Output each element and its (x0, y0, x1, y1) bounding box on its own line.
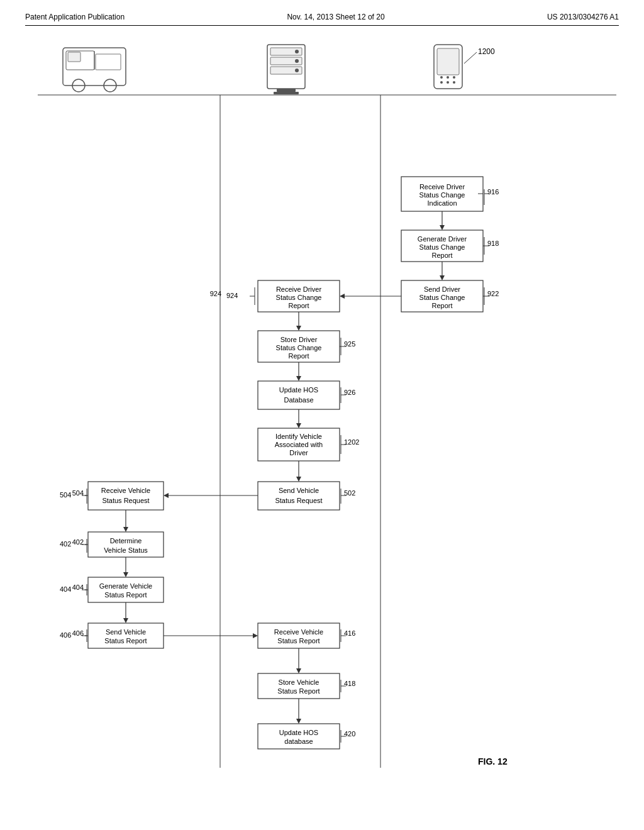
svg-text:Receive Driver: Receive Driver (276, 285, 321, 293)
svg-text:database: database (284, 738, 313, 745)
svg-point-24 (447, 81, 449, 84)
svg-text:Receive Driver: Receive Driver (419, 183, 465, 191)
svg-text:FIG. 12: FIG. 12 (478, 756, 508, 766)
svg-text:Associated with: Associated with (275, 441, 323, 448)
svg-text:Status Report: Status Report (104, 637, 147, 645)
svg-text:Indication: Indication (427, 199, 457, 207)
svg-text:Status Change: Status Change (419, 243, 465, 251)
svg-text:924: 924 (210, 290, 221, 297)
svg-rect-121 (258, 724, 340, 749)
svg-rect-113 (258, 623, 340, 648)
svg-marker-54 (296, 668, 301, 673)
header-right: US 2013/0304276 A1 (547, 13, 619, 21)
svg-marker-50 (123, 618, 128, 623)
svg-point-22 (453, 76, 455, 79)
svg-text:Identify Vehicle: Identify Vehicle (275, 433, 322, 440)
svg-text:924: 924 (226, 292, 238, 299)
svg-marker-38 (296, 376, 301, 381)
svg-text:Status Request: Status Request (275, 497, 322, 504)
diagram-svg: 1200 (25, 38, 629, 780)
svg-text:Update HOS: Update HOS (279, 386, 318, 394)
svg-text:Status Change: Status Change (419, 191, 465, 199)
svg-text:Status Request: Status Request (102, 497, 149, 504)
svg-marker-34 (340, 294, 345, 299)
svg-text:1202: 1202 (344, 438, 359, 446)
svg-marker-48 (123, 572, 128, 577)
svg-marker-44 (164, 493, 169, 498)
svg-rect-17 (274, 92, 299, 94)
svg-text:406: 406 (60, 631, 71, 639)
svg-text:1200: 1200 (478, 47, 495, 56)
svg-rect-6 (68, 52, 80, 62)
svg-text:Status Change: Status Change (276, 344, 322, 351)
svg-rect-84 (258, 381, 340, 409)
svg-marker-40 (296, 423, 301, 428)
svg-point-25 (453, 81, 455, 84)
svg-point-21 (447, 76, 449, 79)
svg-text:Update HOS: Update HOS (279, 729, 318, 736)
header-left: Patent Application Publication (25, 13, 125, 21)
svg-text:Database: Database (284, 396, 313, 404)
svg-text:Receive Vehicle: Receive Vehicle (101, 487, 150, 494)
svg-marker-42 (296, 477, 301, 482)
svg-text:Report: Report (288, 302, 309, 309)
svg-text:Determine: Determine (110, 537, 142, 545)
svg-text:Store Driver: Store Driver (280, 336, 318, 343)
header-center: Nov. 14, 2013 Sheet 12 of 20 (287, 13, 384, 21)
svg-marker-32 (440, 275, 445, 280)
page: Patent Application Publication Nov. 14, … (0, 0, 644, 830)
svg-text:Report: Report (288, 352, 309, 360)
svg-text:402: 402 (60, 540, 71, 548)
svg-text:Send Driver: Send Driver (424, 285, 460, 293)
svg-text:Status Change: Status Change (419, 294, 465, 301)
svg-marker-30 (440, 225, 445, 230)
page-header: Patent Application Publication Nov. 14, … (25, 13, 619, 26)
svg-line-27 (464, 52, 477, 64)
svg-marker-52 (253, 633, 258, 638)
svg-point-23 (440, 81, 443, 84)
svg-point-13 (295, 50, 299, 53)
svg-rect-117 (258, 673, 340, 699)
svg-text:Store Vehicle: Store Vehicle (279, 678, 319, 686)
svg-text:504: 504 (60, 491, 71, 499)
diagram-area: 1200 (25, 38, 619, 780)
svg-rect-105 (88, 577, 164, 602)
svg-marker-36 (296, 326, 301, 331)
svg-rect-93 (258, 482, 340, 510)
svg-text:404: 404 (60, 585, 71, 593)
svg-text:Send Vehicle: Send Vehicle (106, 628, 146, 636)
svg-text:Vehicle Status: Vehicle Status (104, 546, 148, 554)
svg-text:Status Report: Status Report (104, 591, 147, 599)
svg-text:Receive Vehicle: Receive Vehicle (274, 628, 323, 636)
svg-rect-16 (277, 89, 296, 92)
svg-text:Driver: Driver (289, 449, 308, 456)
svg-text:Generate Driver: Generate Driver (418, 235, 467, 243)
svg-text:Generate Vehicle: Generate Vehicle (99, 582, 152, 590)
svg-marker-46 (123, 527, 128, 532)
svg-text:Report: Report (431, 252, 452, 259)
svg-rect-109 (88, 623, 164, 648)
svg-rect-8 (96, 54, 121, 70)
svg-rect-19 (437, 48, 459, 75)
svg-text:Report: Report (431, 302, 452, 309)
svg-point-14 (295, 59, 299, 63)
svg-text:Status Change: Status Change (276, 294, 322, 301)
svg-text:916: 916 (487, 188, 499, 196)
svg-point-15 (295, 69, 299, 72)
svg-text:Status Report: Status Report (277, 637, 319, 645)
svg-point-20 (440, 76, 443, 79)
svg-text:Status Report: Status Report (277, 687, 319, 695)
svg-marker-56 (296, 719, 301, 724)
svg-text:Send Vehicle: Send Vehicle (279, 487, 319, 494)
svg-rect-97 (88, 482, 164, 510)
